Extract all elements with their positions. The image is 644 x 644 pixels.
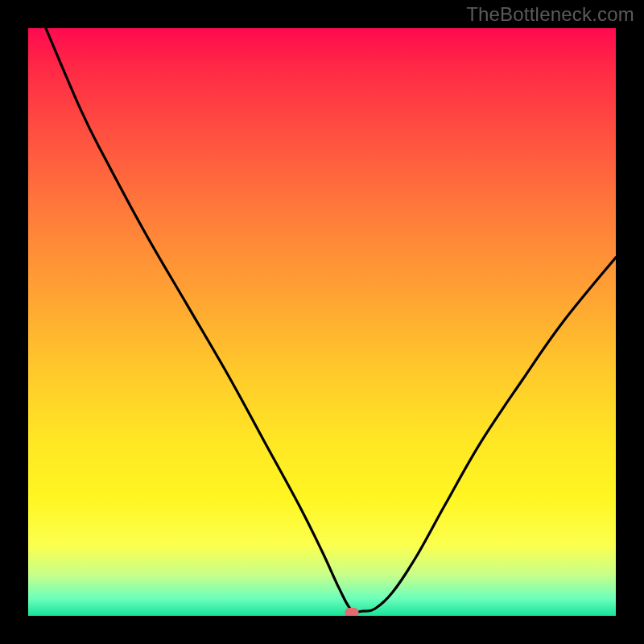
bottleneck-curve xyxy=(28,28,616,616)
watermark-text: TheBottleneck.com xyxy=(466,3,634,26)
plot-area xyxy=(28,28,616,616)
curve-path xyxy=(46,28,616,612)
optimum-marker xyxy=(345,608,358,616)
chart-frame: TheBottleneck.com xyxy=(0,0,644,644)
